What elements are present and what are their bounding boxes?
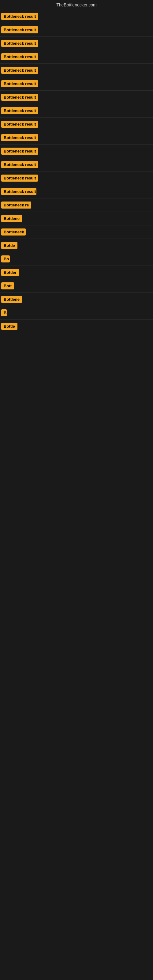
- bottleneck-badge[interactable]: Bottleneck: [1, 229, 26, 235]
- bottleneck-badge[interactable]: Bottleneck result: [1, 148, 38, 155]
- result-row: Bottle: [0, 239, 153, 252]
- result-row: Bottleneck result: [0, 131, 153, 145]
- result-row: Bottlene: [0, 293, 153, 306]
- bottleneck-badge[interactable]: B: [1, 309, 7, 317]
- bottleneck-badge[interactable]: Bottleneck result: [1, 53, 38, 60]
- result-row: Bottleneck result: [0, 91, 153, 104]
- bottleneck-badge[interactable]: Bottlene: [1, 215, 22, 222]
- result-row: Bottleneck result: [0, 104, 153, 118]
- bottleneck-badge[interactable]: Bottleneck result: [1, 134, 38, 141]
- bottleneck-badge[interactable]: Bottleneck result: [1, 121, 38, 128]
- results-list: Bottleneck resultBottleneck resultBottle…: [0, 10, 153, 333]
- bottleneck-badge[interactable]: Bottleneck result: [1, 40, 38, 47]
- bottleneck-badge[interactable]: Bottlene: [1, 296, 22, 303]
- result-row: Bottler: [0, 266, 153, 279]
- result-row: Bottleneck result: [0, 145, 153, 158]
- result-row: B: [0, 306, 153, 320]
- bottleneck-badge[interactable]: Bottleneck result: [1, 188, 37, 195]
- result-row: Bottlene: [0, 212, 153, 225]
- bottleneck-badge[interactable]: Bottleneck result: [1, 26, 38, 33]
- site-title: TheBottlenecker.com: [0, 0, 153, 10]
- bottleneck-badge[interactable]: Bottleneck re: [1, 202, 31, 208]
- result-row: Bott: [0, 279, 153, 293]
- bottleneck-badge[interactable]: Bott: [1, 282, 14, 290]
- bottleneck-badge[interactable]: Bottleneck result: [1, 94, 38, 101]
- bottleneck-badge[interactable]: Bottleneck result: [1, 175, 38, 181]
- result-row: Bottleneck result: [0, 10, 153, 23]
- bottleneck-badge[interactable]: Bottle: [1, 242, 18, 249]
- bottleneck-badge[interactable]: Bottleneck result: [1, 67, 38, 74]
- result-row: Bo: [0, 252, 153, 266]
- result-row: Bottleneck result: [0, 64, 153, 77]
- bottleneck-badge[interactable]: Bottleneck result: [1, 161, 38, 168]
- bottleneck-badge[interactable]: Bottle: [1, 323, 18, 330]
- result-row: Bottleneck result: [0, 158, 153, 172]
- result-row: Bottleneck re: [0, 199, 153, 212]
- bottleneck-badge[interactable]: Bottleneck result: [1, 107, 38, 114]
- result-row: Bottleneck result: [0, 23, 153, 37]
- page-wrapper: TheBottlenecker.com Bottleneck resultBot…: [0, 0, 153, 333]
- result-row: Bottleneck result: [0, 50, 153, 64]
- result-row: Bottleneck result: [0, 172, 153, 185]
- result-row: Bottleneck result: [0, 77, 153, 91]
- result-row: Bottleneck result: [0, 37, 153, 50]
- result-row: Bottleneck: [0, 225, 153, 239]
- result-row: Bottleneck result: [0, 118, 153, 131]
- bottleneck-badge[interactable]: Bottler: [1, 269, 19, 276]
- bottleneck-badge[interactable]: Bottleneck result: [1, 80, 38, 87]
- bottleneck-badge[interactable]: Bottleneck result: [1, 13, 38, 20]
- bottleneck-badge[interactable]: Bo: [1, 255, 10, 262]
- result-row: Bottle: [0, 320, 153, 333]
- result-row: Bottleneck result: [0, 185, 153, 199]
